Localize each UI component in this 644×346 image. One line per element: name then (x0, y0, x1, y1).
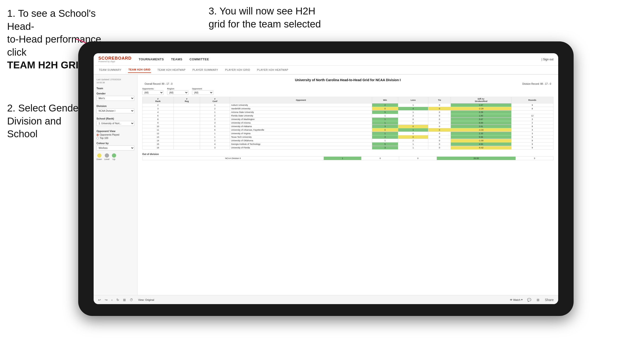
sign-out-link[interactable]: | Sign out (542, 58, 554, 61)
overall-record: Overall Record: 89 - 17 - 0 (144, 83, 172, 85)
filter-opponent-group: Opponent (All) (192, 88, 213, 95)
tablet-screen: SCOREBOARD Powered by clippi TOURNAMENTS… (94, 53, 558, 304)
filter-opponent-select[interactable]: (All) (192, 90, 213, 95)
toolbar-right: 👁 Watch ▾ 💬 ⊞ Share (510, 298, 555, 302)
filter-region-select[interactable]: (All) (167, 90, 188, 95)
filter-opponents-group: Opponents: (All) (142, 88, 164, 95)
annotation-3: 3. You will now see H2H grid for the tea… (208, 5, 370, 30)
col-rounds: Rounds (511, 97, 554, 103)
subnav-team-h2h-grid[interactable]: TEAM H2H GRID (128, 67, 151, 73)
subnav-player-h2h-grid[interactable]: PLAYER H2H GRID (225, 67, 251, 73)
comment-btn[interactable]: 💬 (526, 298, 532, 302)
radio-opponents-played[interactable]: Opponents Played (96, 134, 134, 136)
down-dot (97, 153, 102, 158)
ann1-line3: TEAM H2H GRID (7, 59, 86, 71)
division-record: Division Record: 88 - 17 - 0 (522, 83, 551, 85)
table-row: 32Vanderbilt University040-2.298 (142, 107, 554, 111)
crop-btn[interactable]: ⊞ (122, 298, 127, 302)
radio-dot-top100 (96, 137, 99, 139)
tablet-frame: SCOREBOARD Powered by clippi TOURNAMENTS… (78, 41, 574, 316)
out-of-division-label: Out of division (142, 153, 554, 156)
h2h-table: #Rank #Reg #Conf Opponent Win Loss Tie D… (142, 97, 554, 150)
sidebar-timestamp: Last Updated: 27/03/2024 16:55:38 (96, 78, 134, 84)
refresh-btn[interactable]: ↻ (116, 298, 120, 302)
radio-top100[interactable]: Top 100 (96, 137, 134, 139)
col-loss: Loss (398, 97, 428, 103)
present-btn[interactable]: ⊞ (536, 298, 540, 302)
back-btn[interactable]: ‹ (110, 298, 114, 302)
table-row: 142University of Oklahoma120-1.009 (142, 139, 554, 143)
legend-level: Level (104, 153, 110, 161)
col-opponent: Opponent (230, 97, 372, 103)
filter-row: Opponents: (All) Region (All) Opponent (142, 88, 554, 95)
sidebar-gender-label: Gender (96, 92, 134, 95)
ood-tie: 0 (399, 157, 436, 160)
subnav-player-summary[interactable]: PLAYER SUMMARY (192, 67, 219, 73)
gender-dropdown[interactable]: Men's (96, 96, 134, 101)
ood-division: NCAA Division II (142, 157, 324, 160)
nav-committee[interactable]: COMMITTEE (190, 57, 209, 62)
table-row: 41Arizona State University5102.29 (142, 111, 554, 114)
sub-nav: TEAM SUMMARY TEAM H2H GRID TEAM H2H HEAT… (94, 66, 558, 75)
table-row: 62Florida State University1201.8312 (142, 114, 554, 118)
subnav-team-summary[interactable]: TEAM SUMMARY (98, 67, 122, 73)
table-row: 116University of Arkansas, Fayetteville0… (142, 128, 554, 132)
subnav-team-h2h-heatmap[interactable]: TEAM H2H HEATMAP (157, 67, 186, 73)
out-of-division-section: Out of division NCAA Division II 1 0 0 2… (142, 153, 554, 160)
level-dot (105, 153, 109, 158)
sidebar-opponent-view-label: Opponent View (96, 130, 134, 133)
out-of-division-row: NCAA Division II 1 0 0 26.00 3 (142, 157, 554, 160)
nav-items: TOURNAMENTS TEAMS COMMITTEE (139, 57, 541, 62)
col-win: Win (372, 97, 398, 103)
sidebar: Last Updated: 27/03/2024 16:55:38 Team G… (94, 75, 138, 295)
grid-title: University of North Carolina Head-to-Hea… (142, 78, 554, 82)
table-row: 82University of Washington1003.673 (142, 118, 554, 121)
ann2-line3: School (7, 128, 38, 139)
grid-area: University of North Carolina Head-to-Hea… (138, 75, 558, 295)
up-dot (112, 153, 116, 158)
share-btn[interactable]: Share (544, 298, 555, 302)
view-label: View: Original (138, 298, 154, 301)
division-dropdown[interactable]: NCAA Division I (96, 108, 134, 113)
ann1-line1: 1. To see a School's Head- (7, 8, 96, 32)
filter-opponent-label: Opponent (192, 88, 213, 90)
table-row: 105University of Alabama3002.618 (142, 125, 554, 128)
ann2-line2: Division and (7, 116, 62, 127)
radio-dot-opponents (96, 134, 99, 136)
ood-rounds: 3 (516, 157, 553, 160)
col-diff: Diff AvStrokes/Rnd (451, 97, 511, 103)
ood-diff: 26.00 (437, 157, 516, 160)
undo-btn[interactable]: ↩ (97, 298, 102, 302)
legend-down: Down (96, 153, 102, 161)
ood-loss: 0 (361, 157, 399, 160)
ann3-line2: grid for the team selected (208, 18, 321, 30)
table-row: 163University of Florida310-6.429 (142, 146, 554, 150)
table-header-row: #Rank #Reg #Conf Opponent Win Loss Tie D… (142, 97, 554, 103)
sidebar-school-label: School (Rank) (96, 117, 134, 120)
clock-btn[interactable]: ⏱ (129, 298, 134, 302)
colour-dropdown[interactable]: Win/loss (96, 146, 134, 151)
colour-legend: Down Level Up (96, 153, 134, 161)
ann2-line1: 2. Select Gender, (7, 102, 84, 114)
subnav-player-h2h-heatmap[interactable]: PLAYER H2H HEATMAP (256, 67, 289, 73)
ood-win: 1 (324, 157, 361, 160)
nav-tournaments[interactable]: TOURNAMENTS (139, 57, 164, 62)
col-rank: #Rank (142, 97, 174, 103)
col-tie: Tie (428, 97, 451, 103)
watch-btn[interactable]: 👁 Watch ▾ (510, 298, 523, 301)
filter-opponents-label: Opponents: (142, 88, 164, 90)
filter-region-group: Region (All) (167, 88, 188, 95)
redo-btn[interactable]: ↪ (104, 298, 108, 302)
filter-region-label: Region (167, 88, 188, 90)
table-row: 131Texas Tech University3005.569 (142, 135, 554, 139)
grid-records: Overall Record: 89 - 17 - 0 Division Rec… (142, 83, 554, 85)
legend-up: Up (112, 153, 116, 161)
filter-opponents-select[interactable]: (All) (142, 90, 164, 95)
top-nav: SCOREBOARD Powered by clippi TOURNAMENTS… (94, 53, 558, 66)
ann3-line1: 3. You will now see H2H (208, 5, 316, 16)
table-row: 121University of Virginia1002.333 (142, 132, 554, 135)
logo-text: SCOREBOARD (98, 56, 132, 61)
nav-teams[interactable]: TEAMS (171, 57, 182, 62)
table-row: 93University of Arizona1009.002 (142, 121, 554, 125)
school-dropdown[interactable]: 1. University of Nort... (96, 121, 134, 126)
